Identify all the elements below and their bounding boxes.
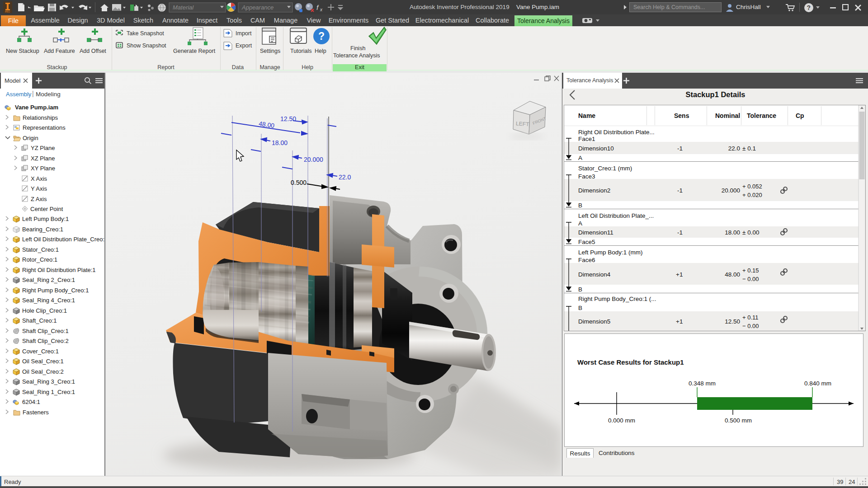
svg-text:Appearance: Appearance bbox=[241, 4, 274, 11]
svg-text:Left Oil Distribution Plate_Cr: Left Oil Distribution Plate_Creo:1 bbox=[22, 236, 104, 243]
svg-text:Vane Pump.iam: Vane Pump.iam bbox=[15, 104, 58, 111]
svg-text:B: B bbox=[578, 286, 582, 293]
svg-text:18.00: 18.00 bbox=[725, 229, 740, 236]
svg-text:Face3: Face3 bbox=[578, 173, 595, 180]
svg-text:B: B bbox=[578, 202, 582, 209]
svg-text:Dimension5: Dimension5 bbox=[578, 318, 610, 325]
svg-text:Face1: Face1 bbox=[578, 136, 595, 142]
svg-text:YZ Plane: YZ Plane bbox=[31, 145, 55, 151]
svg-text:A: A bbox=[578, 155, 582, 161]
svg-text:A: A bbox=[578, 220, 582, 227]
svg-text:22.0: 22.0 bbox=[339, 174, 351, 181]
svg-text:48.00: 48.00 bbox=[258, 120, 275, 129]
svg-text:f: f bbox=[316, 4, 319, 11]
svg-text:− 0.00: − 0.00 bbox=[742, 276, 759, 282]
svg-text:XZ Plane: XZ Plane bbox=[31, 155, 55, 162]
svg-text:Material: Material bbox=[173, 4, 194, 11]
svg-text:Stator_Creo:1: Stator_Creo:1 bbox=[22, 246, 59, 253]
svg-text:Bearing_Creo:1: Bearing_Creo:1 bbox=[22, 226, 63, 233]
svg-text:Worst Case Results for Stackup: Worst Case Results for Stackup1 bbox=[577, 358, 684, 366]
svg-text:Right Pump Body_Creo:1 (...: Right Pump Body_Creo:1 (... bbox=[578, 296, 656, 302]
svg-text:6204:1: 6204:1 bbox=[22, 399, 40, 405]
svg-text:PRO: PRO bbox=[5, 10, 10, 13]
svg-text:Y Axis: Y Axis bbox=[31, 185, 47, 192]
svg-text:Left Oil Distribution Plate_..: Left Oil Distribution Plate_... bbox=[578, 212, 654, 219]
svg-text:Dimension2: Dimension2 bbox=[578, 187, 610, 194]
svg-text:Dimension10: Dimension10 bbox=[578, 145, 614, 152]
svg-text:?: ? bbox=[318, 30, 325, 42]
svg-text:Seal_Ring 1_Creo:1: Seal_Ring 1_Creo:1 bbox=[22, 389, 75, 395]
svg-text:Shaft_Creo:1: Shaft_Creo:1 bbox=[22, 317, 57, 324]
svg-text:+ 0.11: + 0.11 bbox=[742, 314, 759, 321]
svg-text:− 0.00: − 0.00 bbox=[742, 323, 759, 329]
svg-text:Sens: Sens bbox=[674, 112, 689, 119]
svg-text:0.348 mm: 0.348 mm bbox=[689, 380, 716, 387]
svg-text:X Axis: X Axis bbox=[31, 175, 47, 182]
svg-text:B: B bbox=[578, 305, 582, 311]
svg-text:Right Oil Distribution Plate:1: Right Oil Distribution Plate:1 bbox=[22, 267, 96, 273]
svg-text:Oil Seal_Creo:1: Oil Seal_Creo:1 bbox=[22, 358, 64, 365]
svg-text:Cp: Cp bbox=[796, 112, 804, 119]
svg-text:Oil Seal_Creo:2: Oil Seal_Creo:2 bbox=[22, 368, 64, 375]
svg-text:Stator_Creo:1 (mm): Stator_Creo:1 (mm) bbox=[578, 165, 632, 172]
svg-text:Center Point: Center Point bbox=[30, 206, 63, 212]
svg-text:Fasteners: Fasteners bbox=[23, 409, 49, 416]
svg-text:LEFT: LEFT bbox=[516, 120, 530, 127]
svg-text:Nominal: Nominal bbox=[715, 112, 740, 119]
svg-text:0.500: 0.500 bbox=[291, 179, 307, 186]
svg-text:Cover_Creo:1: Cover_Creo:1 bbox=[22, 348, 59, 355]
svg-text:x: x bbox=[320, 7, 323, 12]
svg-text:+ 0.020: + 0.020 bbox=[742, 192, 762, 198]
svg-text:+ 0.052: + 0.052 bbox=[742, 183, 762, 190]
svg-text:?: ? bbox=[807, 4, 811, 11]
svg-text:20.000: 20.000 bbox=[304, 156, 323, 163]
svg-text:Right Pump Body_Creo:1: Right Pump Body_Creo:1 bbox=[22, 287, 89, 294]
svg-text:Right Oil Distribution Plate..: Right Oil Distribution Plate... bbox=[578, 129, 655, 136]
svg-text:12.50: 12.50 bbox=[725, 318, 740, 325]
svg-text:0.840 mm: 0.840 mm bbox=[804, 380, 831, 387]
svg-text:Shaft Clip_Creo:2: Shaft Clip_Creo:2 bbox=[22, 338, 69, 344]
svg-text:XY Plane: XY Plane bbox=[31, 165, 55, 172]
svg-text:Seal_Ring 3_Creo:1: Seal_Ring 3_Creo:1 bbox=[22, 378, 75, 385]
svg-text:Z Axis: Z Axis bbox=[31, 196, 47, 202]
svg-text:Face5: Face5 bbox=[578, 239, 595, 245]
svg-text:-1: -1 bbox=[677, 187, 683, 194]
svg-text:Dimension4: Dimension4 bbox=[578, 271, 611, 278]
svg-text:Left Pump Body:1 (mm): Left Pump Body:1 (mm) bbox=[578, 249, 643, 256]
svg-text:0.000 mm: 0.000 mm bbox=[608, 417, 635, 424]
svg-text:20.000: 20.000 bbox=[722, 187, 740, 194]
svg-text:Hole Clip_Creo:1: Hole Clip_Creo:1 bbox=[22, 307, 67, 314]
svg-text:Shaft Clip_Creo:1: Shaft Clip_Creo:1 bbox=[22, 328, 69, 334]
svg-text:+1: +1 bbox=[676, 271, 683, 278]
svg-text:Rotor_Creo:1: Rotor_Creo:1 bbox=[22, 256, 57, 263]
svg-text:22.0: 22.0 bbox=[728, 145, 740, 152]
svg-text:Left Pump Body:1: Left Pump Body:1 bbox=[22, 216, 69, 222]
svg-text:48.00: 48.00 bbox=[725, 271, 740, 278]
svg-text:-1: -1 bbox=[677, 229, 683, 236]
svg-text:Relationships: Relationships bbox=[23, 114, 58, 121]
svg-text:Face6: Face6 bbox=[578, 257, 595, 263]
svg-text:Origin: Origin bbox=[23, 135, 38, 141]
svg-text:Dimension11: Dimension11 bbox=[578, 229, 613, 236]
svg-text:0.500 mm: 0.500 mm bbox=[725, 417, 752, 424]
svg-text:18.00: 18.00 bbox=[272, 139, 288, 146]
svg-text:-1: -1 bbox=[677, 145, 683, 152]
svg-text:Seal_Ring 2_Creo:1: Seal_Ring 2_Creo:1 bbox=[22, 277, 75, 283]
svg-text:Tolerance: Tolerance bbox=[747, 112, 776, 119]
svg-text:12.50: 12.50 bbox=[280, 115, 296, 122]
svg-text:± 0.1: ± 0.1 bbox=[742, 145, 756, 152]
svg-text:+ 0.15: + 0.15 bbox=[742, 267, 759, 274]
svg-text:± 0.00: ± 0.00 bbox=[742, 229, 759, 236]
svg-text:+1: +1 bbox=[676, 318, 683, 325]
svg-text:Seal_Ring 4_Creo:1: Seal_Ring 4_Creo:1 bbox=[22, 297, 75, 304]
svg-text:Name: Name bbox=[578, 112, 595, 119]
svg-text:Representations: Representations bbox=[23, 124, 66, 131]
